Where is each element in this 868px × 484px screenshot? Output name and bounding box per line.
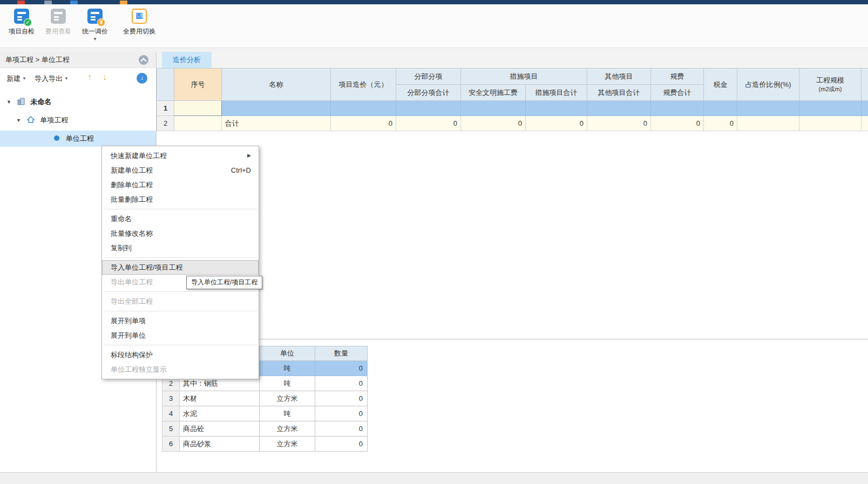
dropdown-caret-icon[interactable]: ▼ (78, 37, 112, 42)
cost-cell[interactable] (704, 101, 737, 116)
project-self-check-button[interactable]: ✓ 项目自检 (4, 9, 39, 36)
menu-item[interactable]: 复制到 (102, 241, 259, 255)
collapse-panel-button[interactable] (139, 55, 148, 65)
cost-cell[interactable] (799, 101, 862, 116)
menu-item-label: 重命名 (111, 212, 132, 226)
col-header-csxm-total[interactable]: 措施项目合计 (526, 85, 587, 101)
titlebar-icon[interactable] (17, 1, 25, 4)
panel-header: 单项工程 > 单位工程 (0, 52, 156, 68)
col-header-qty[interactable]: 数量 (315, 346, 368, 361)
group-header-qtxm[interactable]: 其他项目 (587, 69, 651, 85)
menu-item[interactable]: 新建单位工程Ctrl+D (102, 163, 259, 178)
material-unit-cell[interactable]: 吨 (260, 361, 315, 376)
tool-button-label: 费用查看 (41, 27, 76, 36)
col-header-qtxm-total[interactable]: 其他项目合计 (587, 85, 651, 101)
cost-cell[interactable]: 0 (461, 116, 526, 131)
menu-item-label: 导出全部工程 (111, 294, 153, 309)
cost-cell[interactable] (737, 101, 799, 116)
material-name-cell[interactable]: 木材 (180, 391, 260, 406)
row-number[interactable]: 5 (162, 421, 180, 437)
new-button[interactable]: 新建▼ (6, 74, 26, 84)
unified-price-icon: ¥ (87, 9, 103, 24)
unified-price-button[interactable]: ¥ 统一调价 ▼ (78, 9, 112, 42)
menu-item[interactable]: 删除单位工程 (102, 178, 259, 192)
tree-item-unit-project[interactable]: 单位工程 (0, 131, 156, 147)
material-unit-cell[interactable]: 立方米 (260, 437, 315, 452)
menu-item[interactable]: 快速新建单位工程▶ (102, 148, 259, 163)
col-header-aqwm[interactable]: 安全文明施工费 (461, 85, 526, 101)
row-number[interactable]: 3 (162, 391, 180, 406)
col-header-fbfx-total[interactable]: 分部分项合计 (396, 85, 461, 101)
import-export-button[interactable]: 导入导出▼ (35, 74, 69, 84)
menu-separator (104, 209, 257, 209)
cost-cell[interactable]: 0 (396, 116, 461, 131)
material-qty-cell[interactable]: 0 (315, 361, 368, 376)
material-qty-cell[interactable]: 0 (315, 391, 368, 406)
row-number[interactable]: 6 (162, 437, 180, 452)
tree-item-single-project[interactable]: ▼ 单项工程 (0, 112, 156, 128)
col-header-unit[interactable]: 单位 (260, 346, 315, 361)
menu-item: 单位工程独立显示 (102, 362, 259, 377)
caret-down-icon[interactable]: ▼ (6, 99, 11, 105)
caret-down-icon[interactable]: ▼ (16, 118, 21, 123)
menu-item[interactable]: 标段结构保护 (102, 347, 259, 362)
cost-cell[interactable] (799, 116, 862, 131)
tree-item-project-root[interactable]: ▼ 未命名 (0, 94, 156, 110)
material-qty-cell[interactable]: 0 (315, 437, 368, 452)
menu-item[interactable]: 重命名 (102, 212, 259, 226)
cost-cell[interactable]: 0 (331, 116, 396, 131)
cost-cell[interactable]: 0 (587, 116, 651, 131)
cost-cell[interactable] (396, 101, 461, 116)
col-header-ratio[interactable]: 占造价比例(%) (737, 69, 799, 101)
group-header-csxm[interactable]: 措施项目 (461, 69, 587, 85)
material-qty-cell[interactable]: 0 (315, 376, 368, 391)
cost-cell[interactable]: 0 (704, 116, 737, 131)
menu-item[interactable]: 批量修改名称 (102, 226, 259, 241)
material-name-cell[interactable]: 商品砼 (180, 421, 260, 437)
col-header-gf-total[interactable]: 规费合计 (651, 85, 704, 101)
expand-all-button[interactable]: ↓ (137, 73, 147, 84)
group-header-gf[interactable]: 规费 (651, 69, 704, 85)
tab-cost-analysis[interactable]: 造价分析 (162, 52, 212, 68)
cost-cell[interactable] (222, 101, 331, 116)
titlebar-icon[interactable] (70, 1, 78, 4)
row-number[interactable]: 2 (157, 116, 174, 131)
group-header-fbfx[interactable]: 分部分项 (396, 69, 461, 85)
cost-cell[interactable]: 0 (651, 116, 704, 131)
cost-cell[interactable] (461, 101, 526, 116)
row-number[interactable]: 4 (162, 406, 180, 421)
col-header-scale[interactable]: 工程规模 (m2或m) (799, 69, 862, 101)
move-up-button[interactable]: ↑ (87, 72, 92, 82)
material-qty-cell[interactable]: 0 (315, 421, 368, 437)
material-qty-cell[interactable]: 0 (315, 406, 368, 421)
menu-item[interactable]: 展开到单项 (102, 313, 259, 328)
move-down-button[interactable]: ↓ (103, 72, 107, 82)
material-unit-cell[interactable]: 立方米 (260, 391, 315, 406)
col-header-cost[interactable]: 项目造价（元） (331, 69, 396, 101)
menu-item[interactable]: 导入单位工程/项目工程 (102, 260, 259, 275)
material-unit-cell[interactable]: 立方米 (260, 421, 315, 437)
col-header-xuhao[interactable]: 序号 (174, 69, 222, 101)
cost-cell[interactable] (331, 101, 396, 116)
menu-item[interactable]: 展开到单位 (102, 328, 259, 343)
cost-cell[interactable] (174, 101, 222, 116)
col-header-name[interactable]: 名称 (222, 69, 331, 101)
cost-cell[interactable] (737, 116, 799, 131)
row-number[interactable]: 1 (157, 101, 174, 116)
full-cost-switch-button[interactable]: 圆 全费用切换 (116, 9, 163, 36)
material-name-cell[interactable]: 商品砂浆 (180, 437, 260, 452)
col-header-tax[interactable]: 税金 (704, 69, 737, 101)
menu-item[interactable]: 批量删除工程 (102, 192, 259, 207)
cost-cell[interactable] (587, 101, 651, 116)
cost-cell[interactable]: 0 (526, 116, 587, 131)
cost-cell[interactable] (526, 101, 587, 116)
material-name-cell[interactable]: 水泥 (180, 406, 260, 421)
cost-cell[interactable]: 合计 (222, 116, 331, 131)
cost-cell[interactable] (174, 116, 222, 131)
titlebar-icon[interactable] (120, 1, 127, 4)
material-unit-cell[interactable]: 吨 (260, 406, 315, 421)
titlebar-icon[interactable] (44, 1, 52, 4)
material-unit-cell[interactable]: 吨 (260, 376, 315, 391)
cost-cell[interactable] (651, 101, 704, 116)
pane-splitter[interactable] (157, 339, 868, 339)
